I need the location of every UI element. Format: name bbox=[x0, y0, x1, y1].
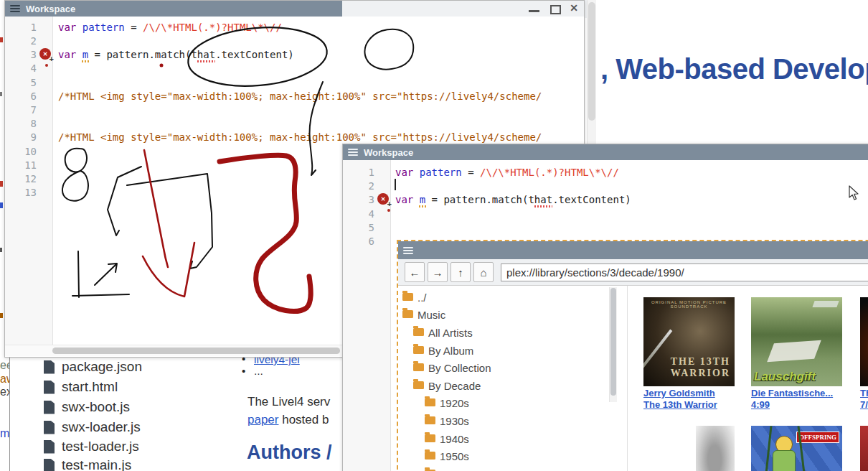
baby-graphic bbox=[773, 450, 796, 471]
line-number: 6 bbox=[5, 90, 37, 102]
album-grid: ORIGINAL MOTION PICTURE SOUNDTRACK THE 1… bbox=[627, 286, 868, 471]
ink-figure8 bbox=[62, 149, 88, 201]
browser-toolbar: ← → ↑ ⌂ bbox=[398, 259, 868, 286]
lint-squiggle bbox=[419, 205, 428, 207]
workspace2-titlebar[interactable]: Workspace bbox=[343, 144, 868, 160]
paper-link[interactable]: paper bbox=[247, 413, 278, 426]
fragment-mark bbox=[0, 92, 2, 96]
album-artist-link[interactable]: Die Fantastische... bbox=[751, 388, 833, 398]
line-number: 4 bbox=[5, 62, 37, 74]
ink-red-line bbox=[144, 150, 168, 267]
file-name: swx-boot.js bbox=[62, 399, 130, 415]
album-artist-link[interactable]: Th bbox=[860, 388, 868, 398]
folder-item[interactable]: 1960s bbox=[398, 465, 610, 471]
ink-blob bbox=[364, 29, 413, 70]
album-title-link[interactable]: 7/ bbox=[860, 399, 868, 410]
cover-small-text: ORIGINAL MOTION PICTURE SOUNDTRACK bbox=[643, 300, 735, 309]
folder-item[interactable]: 1930s bbox=[398, 412, 610, 430]
table-graphic bbox=[767, 340, 821, 362]
forward-button[interactable]: → bbox=[428, 262, 448, 282]
vine-graphic bbox=[761, 426, 773, 471]
code-line: var m = pattern.match(that.textContent) bbox=[395, 194, 631, 205]
hscrollbar-thumb[interactable] bbox=[52, 348, 340, 354]
hamburger-menu-icon[interactable] bbox=[10, 4, 20, 14]
band-logo bbox=[812, 301, 839, 307]
folder-item[interactable]: By Collection bbox=[398, 359, 610, 377]
file-browser: ← → ↑ ⌂ ../ Music All Artists By Album B… bbox=[397, 240, 868, 471]
folder-item[interactable]: 1950s bbox=[398, 447, 610, 465]
workspace1-titlebar[interactable]: Workspace bbox=[5, 1, 342, 17]
album-cover-offspring[interactable]: OFFSPRING bbox=[751, 426, 842, 471]
fragment-mark bbox=[0, 37, 3, 42]
ink-red-check bbox=[143, 243, 194, 297]
error-badge[interactable]: ✕ + bbox=[377, 193, 389, 205]
readme-scrollbar-thumb[interactable] bbox=[588, 2, 595, 121]
bullet-ellipsis: ... bbox=[254, 365, 263, 378]
paragraph-line: The Livel4 serv bbox=[247, 395, 330, 409]
folder-item[interactable]: Music bbox=[398, 307, 610, 325]
fragment-mark bbox=[0, 181, 3, 187]
album-cover-13th-warrior[interactable]: ORIGINAL MOTION PICTURE SOUNDTRACK THE 1… bbox=[643, 297, 735, 386]
line-number: 9 bbox=[5, 131, 37, 143]
folder-scrollbar-thumb[interactable] bbox=[610, 288, 616, 396]
line-number: 2 bbox=[343, 180, 374, 192]
album-title-link[interactable]: The 13th Warrior bbox=[643, 399, 717, 410]
lint-squiggle bbox=[197, 60, 215, 62]
text-caret bbox=[395, 179, 396, 190]
ink-axis bbox=[72, 251, 129, 297]
folder-item[interactable]: ../ bbox=[398, 289, 610, 307]
maximize-button[interactable] bbox=[550, 5, 561, 14]
folder-scrollbar[interactable] bbox=[609, 287, 617, 402]
ink-polyline bbox=[127, 174, 212, 269]
minimize-button[interactable] bbox=[529, 10, 539, 12]
cover-banner-text: OFFSPRING bbox=[796, 432, 839, 443]
face-graphic bbox=[696, 426, 735, 471]
folder-item[interactable]: 1940s bbox=[398, 430, 610, 448]
line-number: 3 bbox=[5, 49, 37, 60]
error-x-icon: ✕ bbox=[381, 196, 386, 202]
fragment-mark bbox=[0, 313, 3, 318]
workspace2-window: Workspace 1 2 3 4 5 6 ✕ + var pattern = … bbox=[342, 144, 868, 471]
up-button[interactable]: ↑ bbox=[450, 262, 471, 282]
album-cover-dark[interactable] bbox=[860, 297, 868, 386]
line-number: 1 bbox=[343, 167, 374, 178]
folder-item[interactable]: 1920s bbox=[398, 395, 610, 413]
album-cover-american-history-x[interactable]: AMERICANHISTORY X bbox=[643, 426, 735, 471]
folder-item[interactable]: All Artists bbox=[398, 324, 610, 342]
ink-red-curve bbox=[220, 155, 311, 311]
browser-titlebar[interactable] bbox=[398, 241, 868, 259]
album-title-link[interactable]: 4:99 bbox=[751, 399, 770, 410]
back-button[interactable]: ← bbox=[405, 262, 425, 282]
mouse-cursor-icon bbox=[849, 185, 860, 201]
file-name: test-main.js bbox=[62, 457, 131, 471]
folder-item[interactable]: By Album bbox=[398, 342, 610, 360]
album-cover-lauschgift[interactable]: Lauschgift bbox=[751, 297, 842, 386]
code-line: var pattern = /\/\*HTML(.*)?HTML\*\// bbox=[58, 22, 282, 33]
album-artist-link[interactable]: Jerry Goldsmith bbox=[643, 388, 715, 398]
folder-icon bbox=[425, 452, 435, 460]
line-number: 8 bbox=[5, 118, 37, 129]
folder-item[interactable]: By Decade bbox=[398, 377, 610, 395]
folder-icon bbox=[402, 293, 413, 301]
folder-icon bbox=[413, 363, 424, 371]
list-item: test-loader.js bbox=[44, 439, 139, 454]
list-item: package.json bbox=[44, 359, 142, 375]
code-line: /*HTML <img style="max-width:100%; max-h… bbox=[58, 131, 542, 143]
folder-icon bbox=[425, 416, 435, 424]
album-cover-red[interactable] bbox=[860, 426, 868, 471]
home-button[interactable]: ⌂ bbox=[473, 262, 494, 282]
line-number: 5 bbox=[5, 77, 37, 88]
screen: ee aw ex m , Web-based Develop • lively4… bbox=[0, 0, 868, 471]
hamburger-menu-icon[interactable] bbox=[403, 246, 413, 256]
plus-icon: + bbox=[387, 200, 392, 208]
hamburger-menu-icon[interactable] bbox=[348, 147, 358, 157]
ink-dot bbox=[160, 64, 164, 67]
error-badge[interactable]: ✕ + bbox=[39, 48, 51, 60]
close-button[interactable]: ✕ bbox=[570, 2, 578, 14]
folder-icon bbox=[413, 346, 424, 354]
lint-squiggle bbox=[82, 60, 90, 62]
list-item: test-main.js bbox=[44, 457, 131, 471]
cover-title-text: Lauschgift bbox=[754, 370, 816, 384]
fragment-mark bbox=[0, 202, 3, 208]
address-bar[interactable] bbox=[501, 264, 868, 281]
